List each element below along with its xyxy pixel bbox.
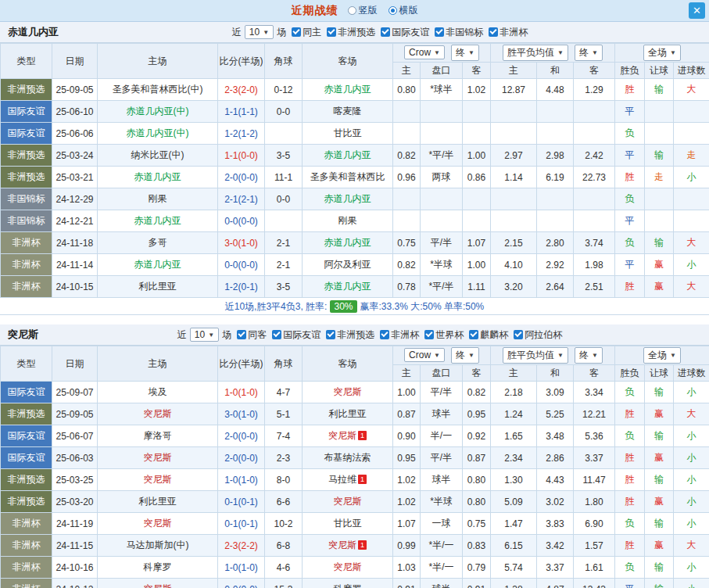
checkbox-label: 非国锦标 bbox=[446, 26, 483, 39]
filter-checkbox-世界杯[interactable]: 世界杯 bbox=[424, 328, 464, 342]
col-avg-sub: 和 bbox=[537, 365, 574, 382]
odds-handicap: 平/半 bbox=[421, 232, 463, 254]
checkbox-icon bbox=[326, 330, 335, 339]
match-score: 3-0(1-0) bbox=[218, 403, 265, 425]
result-handicap: 输 bbox=[645, 513, 674, 535]
filter-checkbox-麒麟杯[interactable]: 麒麟杯 bbox=[469, 328, 508, 342]
filter-checkbox-非洲预选[interactable]: 非洲预选 bbox=[327, 26, 375, 39]
avg-win bbox=[491, 188, 537, 210]
home-cell: 利比里亚 bbox=[98, 276, 218, 298]
select-value: 胜平负均值 bbox=[507, 349, 554, 362]
match-score: 1-1(0-0) bbox=[218, 145, 265, 167]
view-radio-横版[interactable]: 横版 bbox=[389, 4, 418, 17]
away-team-name: 甘比亚 bbox=[334, 127, 362, 138]
avg-win: 1.65 bbox=[491, 425, 537, 447]
avg-win: 1.24 bbox=[491, 403, 537, 425]
result-handicap: 赢 bbox=[645, 447, 674, 469]
away-cell: 赤道几内亚 bbox=[303, 79, 393, 101]
filter-checkbox-同客[interactable]: 同客 bbox=[237, 328, 267, 342]
select-value: 终 bbox=[579, 46, 589, 59]
odds-handicap: *平/半 bbox=[421, 145, 463, 167]
avg-draw: 6.19 bbox=[537, 167, 574, 188]
odds-away: 1.02 bbox=[463, 79, 491, 101]
avg-final-select[interactable]: 终▼ bbox=[575, 45, 603, 61]
bookmaker-select[interactable]: Crow▼ bbox=[404, 45, 445, 59]
match-date: 25-03-20 bbox=[52, 491, 98, 513]
team-section-2: 突尼斯 近 10▼ 场 同客国际友谊非洲预选非洲杯世界杯麒麟杯阿拉伯杯 类型 日… bbox=[0, 324, 709, 588]
recent-label: 近 bbox=[177, 328, 187, 342]
corner-score bbox=[265, 123, 303, 145]
result-handicap: 输 bbox=[645, 145, 674, 167]
odds-final-select[interactable]: 终▼ bbox=[451, 45, 479, 61]
odds-handicap: 球半 bbox=[421, 403, 463, 425]
away-team-name: 赤道几内亚 bbox=[324, 149, 371, 160]
scope-select[interactable]: 全场▼ bbox=[643, 347, 681, 364]
recent-count-select[interactable]: 10▼ bbox=[190, 328, 219, 342]
result-goals: 小 bbox=[674, 491, 709, 513]
scope-select[interactable]: 全场▼ bbox=[643, 45, 681, 61]
odds-home: 0.95 bbox=[393, 447, 421, 469]
odds-handicap: *半球 bbox=[421, 491, 463, 513]
filter-checkbox-国际友谊[interactable]: 国际友谊 bbox=[272, 328, 320, 342]
odds-away: 1.00 bbox=[463, 254, 491, 276]
away-cell: 甘比亚 bbox=[303, 513, 393, 535]
match-type: 国际友谊 bbox=[1, 382, 52, 403]
match-date: 25-06-07 bbox=[52, 425, 98, 447]
match-date: 25-06-03 bbox=[52, 447, 98, 469]
chevron-down-icon: ▼ bbox=[434, 352, 440, 359]
match-row: 非洲预选25-03-24纳米比亚(中)1-1(0-0)3-5赤道几内亚0.82*… bbox=[1, 145, 709, 167]
filter-checkbox-非洲杯[interactable]: 非洲杯 bbox=[489, 26, 528, 39]
filter-checkbox-阿拉伯杯[interactable]: 阿拉伯杯 bbox=[514, 328, 562, 342]
match-date: 24-11-14 bbox=[52, 254, 98, 276]
away-cell: 甘比亚 bbox=[303, 123, 393, 145]
bookmaker-select[interactable]: Crow▼ bbox=[404, 348, 445, 362]
avg-dropdown-group: 胜平负均值▼终▼ bbox=[491, 44, 615, 63]
radio-icon bbox=[348, 6, 356, 15]
view-radio-竖版[interactable]: 竖版 bbox=[348, 4, 378, 17]
section-gap bbox=[0, 315, 709, 324]
home-team-name: 刚果 bbox=[149, 193, 167, 204]
avg-lose: 3.37 bbox=[574, 447, 615, 469]
odds-away: 1.07 bbox=[463, 232, 491, 254]
avg-odds-select[interactable]: 胜平负均值▼ bbox=[503, 347, 568, 364]
away-team-name: 突尼斯 bbox=[328, 430, 356, 441]
result-wdl: 负 bbox=[615, 513, 645, 535]
checkbox-icon bbox=[489, 27, 498, 37]
avg-final-select[interactable]: 终▼ bbox=[575, 347, 603, 364]
filter-checkbox-同主[interactable]: 同主 bbox=[292, 26, 321, 39]
odds-away: 0.91 bbox=[463, 579, 491, 588]
result-wdl: 平 bbox=[615, 254, 645, 276]
home-team-name: 多哥 bbox=[149, 237, 167, 248]
select-value: 胜平负均值 bbox=[507, 46, 554, 59]
avg-lose: 5.36 bbox=[574, 425, 615, 447]
chevron-down-icon: ▼ bbox=[592, 352, 598, 359]
col-result-sub: 进球数 bbox=[674, 365, 709, 382]
match-row: 非洲预选25-03-20利比里亚0-1(0-1)6-6突尼斯1.02*半球0.8… bbox=[1, 491, 709, 513]
filter-checkbox-非国锦标[interactable]: 非国锦标 bbox=[435, 26, 483, 39]
close-button[interactable]: ✕ bbox=[689, 2, 705, 19]
match-date: 24-12-21 bbox=[52, 210, 98, 232]
col-score: 比分(半场) bbox=[218, 346, 265, 382]
home-team-name: 突尼斯 bbox=[144, 583, 172, 588]
odds-final-select[interactable]: 终▼ bbox=[451, 347, 479, 364]
avg-win: 4.10 bbox=[491, 254, 537, 276]
result-wdl: 负 bbox=[615, 557, 645, 579]
avg-win: 1.30 bbox=[491, 469, 537, 491]
odds-home: 1.02 bbox=[393, 469, 421, 491]
col-away: 客场 bbox=[303, 346, 393, 382]
avg-win: 2.97 bbox=[491, 145, 537, 167]
result-wdl: 胜 bbox=[615, 491, 645, 513]
avg-odds-select[interactable]: 胜平负均值▼ bbox=[503, 45, 568, 61]
filter-checkbox-非洲杯[interactable]: 非洲杯 bbox=[380, 328, 419, 342]
match-score: 0-1(0-1) bbox=[218, 491, 265, 513]
checkbox-icon bbox=[514, 330, 523, 339]
corner-score: 11-1 bbox=[265, 167, 303, 188]
team-name: 突尼斯 bbox=[8, 328, 38, 342]
avg-dropdown-group: 胜平负均值▼终▼ bbox=[491, 346, 615, 365]
away-cell: 突尼斯 bbox=[303, 557, 393, 579]
recent-count-select[interactable]: 10▼ bbox=[245, 25, 274, 39]
odds-away: 1.00 bbox=[463, 145, 491, 167]
filter-checkbox-非洲预选[interactable]: 非洲预选 bbox=[326, 328, 374, 342]
avg-win: 6.15 bbox=[491, 535, 537, 557]
filter-checkbox-国际友谊[interactable]: 国际友谊 bbox=[381, 26, 429, 39]
